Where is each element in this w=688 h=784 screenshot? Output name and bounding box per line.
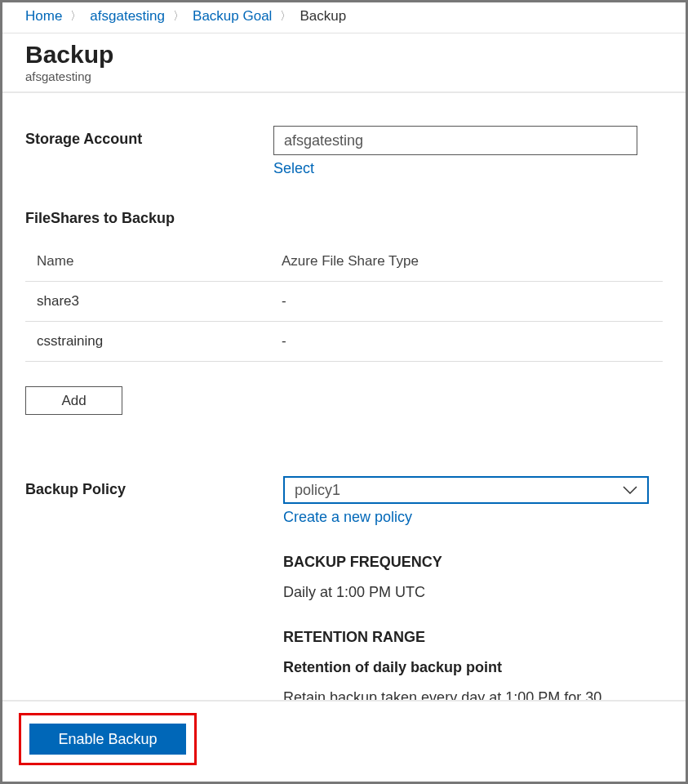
breadcrumb-backup-goal[interactable]: Backup Goal — [193, 8, 272, 24]
page-title: Backup — [25, 40, 663, 69]
cell-type: - — [282, 293, 663, 310]
retention-daily-heading: Retention of daily backup point — [283, 659, 663, 676]
breadcrumb-afsgatesting[interactable]: afsgatesting — [90, 8, 165, 24]
backup-policy-label: Backup Policy — [25, 476, 283, 706]
page-subtitle: afsgatesting — [25, 69, 663, 83]
page-header: Backup afsgatesting — [2, 33, 686, 93]
col-name-header: Name — [37, 253, 282, 270]
cell-name: csstraining — [37, 333, 282, 350]
chevron-right-icon: 〉 — [280, 9, 291, 24]
storage-account-row: Storage Account Select — [25, 126, 663, 177]
col-type-header: Azure File Share Type — [282, 253, 663, 270]
enable-backup-button[interactable]: Enable Backup — [29, 724, 186, 755]
fileshares-heading: FileShares to Backup — [25, 210, 663, 227]
retention-range-heading: RETENTION RANGE — [283, 629, 663, 646]
backup-frequency-heading: BACKUP FREQUENCY — [283, 554, 663, 571]
footer-bar: Enable Backup — [2, 700, 686, 782]
cell-name: share3 — [37, 293, 282, 310]
table-row: share3 - — [25, 282, 663, 322]
chevron-right-icon: 〉 — [173, 9, 184, 24]
breadcrumb-current: Backup — [300, 8, 346, 24]
breadcrumb-home[interactable]: Home — [25, 8, 62, 24]
cell-type: - — [282, 333, 663, 350]
create-policy-link[interactable]: Create a new policy — [283, 509, 412, 526]
fileshares-table: Name Azure File Share Type share3 - csst… — [25, 243, 663, 362]
select-storage-link[interactable]: Select — [273, 160, 314, 177]
policy-info: BACKUP FREQUENCY Daily at 1:00 PM UTC RE… — [283, 554, 663, 706]
highlight-box: Enable Backup — [19, 713, 197, 765]
policy-selected-value: policy1 — [295, 482, 340, 499]
storage-account-input[interactable] — [273, 126, 637, 155]
table-header: Name Azure File Share Type — [25, 243, 663, 282]
storage-account-label: Storage Account — [25, 126, 273, 177]
add-button[interactable]: Add — [25, 386, 122, 415]
chevron-down-icon — [623, 486, 637, 494]
table-row: csstraining - — [25, 322, 663, 362]
policy-dropdown[interactable]: policy1 — [283, 476, 649, 504]
backup-policy-section: Backup Policy policy1 Create a new polic… — [25, 476, 663, 706]
backup-frequency-value: Daily at 1:00 PM UTC — [283, 584, 663, 601]
content-area: Storage Account Select FileShares to Bac… — [2, 93, 686, 782]
chevron-right-icon: 〉 — [70, 9, 82, 24]
breadcrumb: Home 〉 afsgatesting 〉 Backup Goal 〉 Back… — [2, 2, 686, 33]
backup-window: Home 〉 afsgatesting 〉 Backup Goal 〉 Back… — [2, 2, 686, 782]
